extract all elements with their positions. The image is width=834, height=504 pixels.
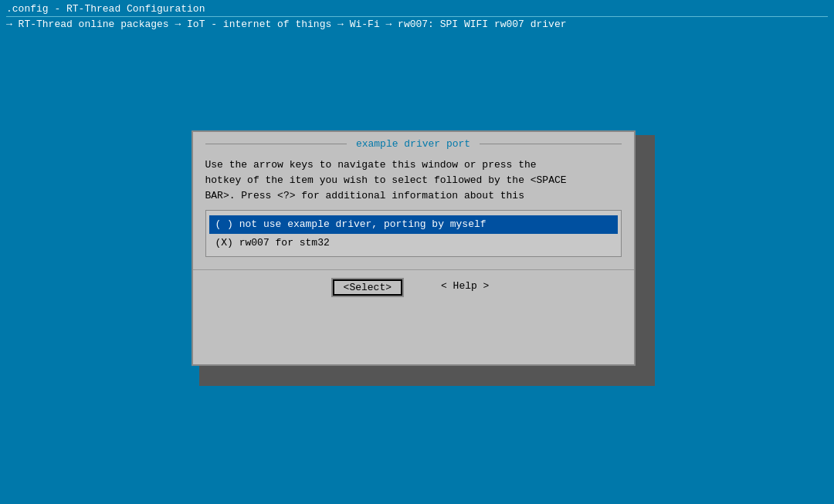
dialog: example driver port Use the arrow keys t… xyxy=(192,130,636,366)
option-2[interactable]: (X) rw007 for stm32 xyxy=(209,234,618,252)
help-button[interactable]: < Help > xyxy=(435,278,495,297)
option-1-label: not use example driver, porting by mysel… xyxy=(239,218,486,230)
dialog-title: example driver port xyxy=(347,138,480,150)
dialog-overlay: example driver port Use the arrow keys t… xyxy=(0,0,834,504)
option-1-prefix: ( ) xyxy=(215,218,239,230)
option-2-prefix: (X) xyxy=(215,237,239,249)
options-box: ( ) not use example driver, porting by m… xyxy=(205,210,622,257)
dialog-body: Use the arrow keys to navigate this wind… xyxy=(193,154,634,269)
option-2-label: rw007 for stm32 xyxy=(239,237,330,249)
dialog-title-bar: example driver port xyxy=(193,132,634,154)
dialog-description: Use the arrow keys to navigate this wind… xyxy=(205,157,622,204)
select-button[interactable]: <Select> xyxy=(331,278,404,297)
option-1[interactable]: ( ) not use example driver, porting by m… xyxy=(209,215,618,234)
dialog-footer: <Select> < Help > xyxy=(193,269,634,306)
